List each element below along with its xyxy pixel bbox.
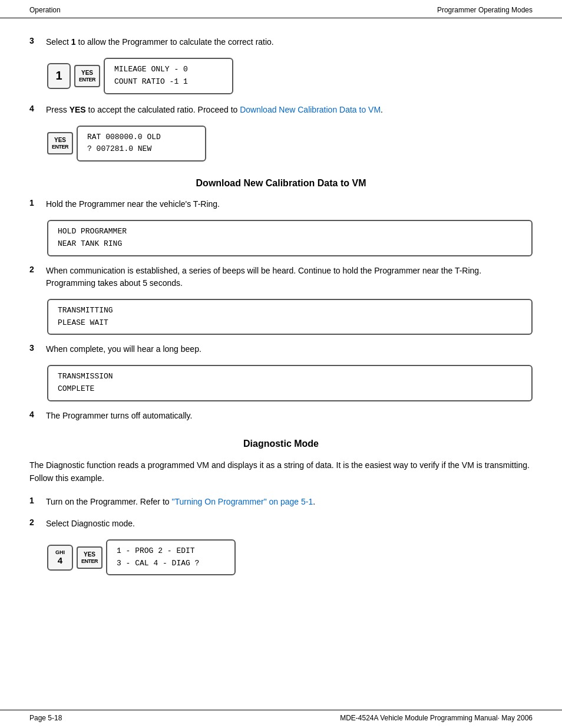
step-3-block: 3 Select 1 to allow the Programmer to ca… xyxy=(29,36,533,48)
step-4-text: Press YES to accept the calculated ratio… xyxy=(46,104,383,116)
s1-step3-number: 3 xyxy=(29,343,39,355)
s1-step1-number: 1 xyxy=(29,198,39,210)
step-4-block: 4 Press YES to accept the calculated rat… xyxy=(29,104,533,116)
main-content: 3 Select 1 to allow the Programmer to ca… xyxy=(0,18,562,710)
page-container: Operation Programmer Operating Modes 3 S… xyxy=(0,0,562,728)
key-yes-enter-1: YES ENTER xyxy=(74,65,100,87)
key-yes-enter-2: YES ENTER xyxy=(47,132,73,154)
s2-step1-block: 1 Turn on the Programmer. Refer to "Turn… xyxy=(29,496,533,508)
s1-step3-display-line1: TRANSMISSION xyxy=(58,371,522,383)
header-right: Programmer Operating Modes xyxy=(437,6,533,14)
s1-step4-block: 4 The Programmer turns off automatically… xyxy=(29,410,533,422)
s1-step1-device-row: HOLD PROGRAMMER NEAR TANK RING xyxy=(47,220,533,256)
step-3-bold: 1 xyxy=(71,37,76,47)
key-yes-enter-3: YES ENTER xyxy=(77,546,103,569)
s1-step1-display-line1: HOLD PROGRAMMER xyxy=(58,226,522,238)
s2-step2-device-row: GHI 4 YES ENTER 1 - PROG 2 - EDIT 3 - CA… xyxy=(47,539,533,576)
s2-step1-link[interactable]: "Turning On Programmer" on page 5-1 xyxy=(171,497,313,506)
step-3-device-row: 1 YES ENTER MILEAGE ONLY - 0 COUNT RATIO… xyxy=(47,58,533,94)
footer-left: Page 5-18 xyxy=(29,714,62,722)
s1-step1-text: Hold the Programmer near the vehicle's T… xyxy=(46,198,220,210)
s1-step4-number: 4 xyxy=(29,410,39,422)
s1-step3-device-row: TRANSMISSION COMPLETE xyxy=(47,365,533,401)
step-3-display-line1: MILEAGE ONLY - 0 xyxy=(114,64,223,76)
s2-step1-number: 1 xyxy=(29,496,39,508)
footer-right: MDE-4524A Vehicle Module Programming Man… xyxy=(340,714,533,722)
s2-step2-display-line2: 3 - CAL 4 - DIAG ? xyxy=(117,558,225,570)
s1-step2-device-row: TRANSMITTING PLEASE WAIT xyxy=(47,299,533,335)
step-3-display-line2: COUNT RATIO -1 1 xyxy=(114,76,223,88)
s1-step3-block: 3 When complete, you will hear a long be… xyxy=(29,343,533,355)
section1-heading: Download New Calibration Data to VM xyxy=(29,178,533,189)
s1-step2-block: 2 When communication is established, a s… xyxy=(29,265,533,289)
step-4-display: RAT 008000.0 OLD ? 007281.0 NEW xyxy=(77,126,206,162)
s1-step1-block: 1 Hold the Programmer near the vehicle's… xyxy=(29,198,533,210)
page-header: Operation Programmer Operating Modes xyxy=(0,0,562,18)
s1-step4-text: The Programmer turns off automatically. xyxy=(46,410,192,422)
s1-step2-number: 2 xyxy=(29,265,39,289)
s1-step2-display: TRANSMITTING PLEASE WAIT xyxy=(47,299,533,335)
step-4-number: 4 xyxy=(29,104,39,116)
s2-step2-text: Select Diagnostic mode. xyxy=(46,518,135,530)
step-4-bold: YES xyxy=(70,105,86,114)
s1-step3-text: When complete, you will hear a long beep… xyxy=(46,343,201,355)
step-4-display-line1: RAT 008000.0 OLD xyxy=(87,131,196,144)
step-4-link[interactable]: Download New Calibration Data to VM xyxy=(240,105,381,114)
key-1-button: 1 xyxy=(47,63,71,89)
s2-step2-display-line1: 1 - PROG 2 - EDIT xyxy=(117,545,225,558)
s1-step1-display: HOLD PROGRAMMER NEAR TANK RING xyxy=(47,220,533,256)
section2-heading: Diagnostic Mode xyxy=(29,439,533,449)
s2-paragraph: The Diagnostic function reads a programm… xyxy=(29,459,533,485)
step-3-number: 3 xyxy=(29,36,39,48)
s1-step1-display-line2: NEAR TANK RING xyxy=(58,238,522,251)
s1-step3-display-line2: COMPLETE xyxy=(58,383,522,396)
key-ghi-4-button: GHI 4 xyxy=(47,545,73,571)
step-4-device-row: YES ENTER RAT 008000.0 OLD ? 007281.0 NE… xyxy=(47,126,533,162)
s1-step3-display: TRANSMISSION COMPLETE xyxy=(47,365,533,401)
s2-step2-number: 2 xyxy=(29,518,39,530)
header-left: Operation xyxy=(29,6,61,14)
s2-step2-display: 1 - PROG 2 - EDIT 3 - CAL 4 - DIAG ? xyxy=(106,539,236,576)
step-3-display: MILEAGE ONLY - 0 COUNT RATIO -1 1 xyxy=(104,58,233,94)
step-4-display-line2: ? 007281.0 NEW xyxy=(87,143,196,156)
s2-step1-text: Turn on the Programmer. Refer to "Turnin… xyxy=(46,496,315,508)
s1-step2-display-line1: TRANSMITTING xyxy=(58,305,522,317)
step-3-text: Select 1 to allow the Programmer to calc… xyxy=(46,36,274,48)
s1-step2-display-line2: PLEASE WAIT xyxy=(58,317,522,330)
s1-step2-text: When communication is established, a ser… xyxy=(46,265,533,289)
s2-step2-block: 2 Select Diagnostic mode. xyxy=(29,518,533,530)
page-footer: Page 5-18 MDE-4524A Vehicle Module Progr… xyxy=(0,710,562,728)
